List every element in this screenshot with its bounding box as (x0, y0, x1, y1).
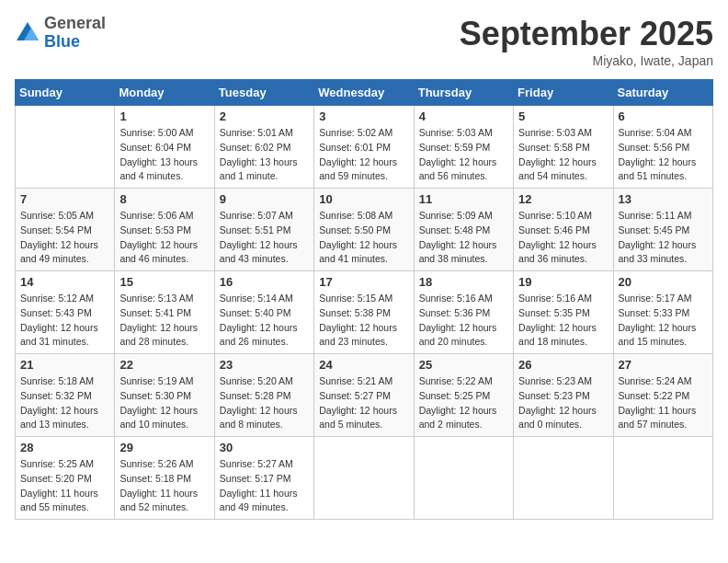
logo-blue: Blue (44, 32, 80, 51)
day-info: Sunrise: 5:16 AMSunset: 5:36 PMDaylight:… (419, 292, 508, 350)
day-number: 18 (419, 275, 508, 289)
weekday-header-tuesday: Tuesday (214, 80, 313, 106)
day-number: 4 (419, 109, 508, 123)
day-info: Sunrise: 5:16 AMSunset: 5:35 PMDaylight:… (518, 292, 608, 350)
weekday-header-row: SundayMondayTuesdayWednesdayThursdayFrid… (16, 80, 713, 106)
calendar-cell: 24Sunrise: 5:21 AMSunset: 5:27 PMDayligh… (314, 354, 414, 437)
day-info: Sunrise: 5:05 AMSunset: 5:54 PMDaylight:… (20, 209, 109, 267)
day-info: Sunrise: 5:04 AMSunset: 5:56 PMDaylight:… (619, 126, 708, 184)
day-number: 3 (319, 109, 408, 123)
week-row-5: 28Sunrise: 5:25 AMSunset: 5:20 PMDayligh… (16, 437, 713, 520)
day-number: 6 (619, 109, 708, 123)
logo-general: General (44, 14, 106, 32)
week-row-1: 1Sunrise: 5:00 AMSunset: 6:04 PMDaylight… (16, 106, 713, 189)
day-info: Sunrise: 5:10 AMSunset: 5:46 PMDaylight:… (518, 209, 608, 267)
calendar-cell: 27Sunrise: 5:24 AMSunset: 5:22 PMDayligh… (613, 354, 712, 437)
day-number: 23 (220, 358, 309, 372)
calendar-cell (16, 106, 115, 189)
calendar-cell: 8Sunrise: 5:06 AMSunset: 5:53 PMDaylight… (115, 189, 214, 271)
day-info: Sunrise: 5:19 AMSunset: 5:30 PMDaylight:… (119, 374, 209, 432)
calendar-cell: 11Sunrise: 5:09 AMSunset: 5:48 PMDayligh… (414, 189, 513, 271)
calendar-cell: 7Sunrise: 5:05 AMSunset: 5:54 PMDaylight… (16, 189, 115, 271)
weekday-header-wednesday: Wednesday (314, 80, 414, 106)
day-info: Sunrise: 5:25 AMSunset: 5:20 PMDaylight:… (20, 457, 109, 515)
day-number: 26 (518, 358, 608, 372)
calendar-cell: 10Sunrise: 5:08 AMSunset: 5:50 PMDayligh… (314, 189, 414, 271)
day-number: 19 (518, 275, 608, 289)
calendar-cell: 4Sunrise: 5:03 AMSunset: 5:59 PMDaylight… (414, 106, 513, 189)
day-info: Sunrise: 5:01 AMSunset: 6:02 PMDaylight:… (220, 126, 309, 184)
calendar-cell: 21Sunrise: 5:18 AMSunset: 5:32 PMDayligh… (16, 354, 115, 437)
page-header: General Blue September 2025 Miyako, Iwat… (15, 15, 713, 68)
calendar-cell: 29Sunrise: 5:26 AMSunset: 5:18 PMDayligh… (115, 437, 214, 520)
day-info: Sunrise: 5:20 AMSunset: 5:28 PMDaylight:… (220, 374, 309, 432)
week-row-3: 14Sunrise: 5:12 AMSunset: 5:43 PMDayligh… (16, 271, 713, 354)
calendar-cell: 3Sunrise: 5:02 AMSunset: 6:01 PMDaylight… (314, 106, 414, 189)
calendar-cell: 5Sunrise: 5:03 AMSunset: 5:58 PMDaylight… (514, 106, 613, 189)
day-number: 22 (119, 358, 209, 372)
day-number: 12 (518, 192, 608, 206)
calendar-cell: 1Sunrise: 5:00 AMSunset: 6:04 PMDaylight… (115, 106, 214, 189)
day-info: Sunrise: 5:18 AMSunset: 5:32 PMDaylight:… (20, 374, 109, 432)
day-info: Sunrise: 5:02 AMSunset: 6:01 PMDaylight:… (319, 126, 408, 184)
calendar-cell (613, 437, 712, 520)
calendar-cell: 17Sunrise: 5:15 AMSunset: 5:38 PMDayligh… (314, 271, 414, 354)
day-number: 5 (518, 109, 608, 123)
calendar-cell: 16Sunrise: 5:14 AMSunset: 5:40 PMDayligh… (214, 271, 313, 354)
day-number: 11 (419, 192, 508, 206)
week-row-2: 7Sunrise: 5:05 AMSunset: 5:54 PMDaylight… (16, 189, 713, 271)
day-number: 1 (119, 109, 209, 123)
day-info: Sunrise: 5:15 AMSunset: 5:38 PMDaylight:… (319, 292, 408, 350)
day-number: 15 (119, 275, 209, 289)
day-info: Sunrise: 5:17 AMSunset: 5:33 PMDaylight:… (619, 292, 708, 350)
day-info: Sunrise: 5:11 AMSunset: 5:45 PMDaylight:… (619, 209, 708, 267)
calendar-cell: 28Sunrise: 5:25 AMSunset: 5:20 PMDayligh… (16, 437, 115, 520)
calendar-table: SundayMondayTuesdayWednesdayThursdayFrid… (15, 79, 713, 520)
calendar-cell: 6Sunrise: 5:04 AMSunset: 5:56 PMDaylight… (613, 106, 712, 189)
day-number: 20 (619, 275, 708, 289)
calendar-cell: 2Sunrise: 5:01 AMSunset: 6:02 PMDaylight… (214, 106, 313, 189)
weekday-header-friday: Friday (514, 80, 613, 106)
day-number: 28 (20, 441, 109, 454)
day-info: Sunrise: 5:00 AMSunset: 6:04 PMDaylight:… (119, 126, 209, 184)
weekday-header-saturday: Saturday (613, 80, 712, 106)
day-number: 9 (220, 192, 309, 206)
calendar-cell: 15Sunrise: 5:13 AMSunset: 5:41 PMDayligh… (115, 271, 214, 354)
calendar-cell: 13Sunrise: 5:11 AMSunset: 5:45 PMDayligh… (613, 189, 712, 271)
weekday-header-monday: Monday (115, 80, 214, 106)
day-info: Sunrise: 5:24 AMSunset: 5:22 PMDaylight:… (619, 374, 708, 432)
weekday-header-sunday: Sunday (16, 80, 115, 106)
day-number: 17 (319, 275, 408, 289)
day-info: Sunrise: 5:07 AMSunset: 5:51 PMDaylight:… (220, 209, 309, 267)
calendar-cell: 14Sunrise: 5:12 AMSunset: 5:43 PMDayligh… (16, 271, 115, 354)
day-number: 27 (619, 358, 708, 372)
day-info: Sunrise: 5:03 AMSunset: 5:58 PMDaylight:… (518, 126, 608, 184)
day-number: 10 (319, 192, 408, 206)
logo: General Blue (15, 15, 106, 52)
calendar-cell: 26Sunrise: 5:23 AMSunset: 5:23 PMDayligh… (514, 354, 613, 437)
day-info: Sunrise: 5:27 AMSunset: 5:17 PMDaylight:… (220, 457, 309, 515)
logo-text: General Blue (44, 15, 106, 52)
day-info: Sunrise: 5:26 AMSunset: 5:18 PMDaylight:… (119, 457, 209, 515)
logo-icon (15, 20, 40, 46)
calendar-cell: 9Sunrise: 5:07 AMSunset: 5:51 PMDaylight… (214, 189, 313, 271)
day-info: Sunrise: 5:21 AMSunset: 5:27 PMDaylight:… (319, 374, 408, 432)
day-info: Sunrise: 5:14 AMSunset: 5:40 PMDaylight:… (220, 292, 309, 350)
day-number: 30 (220, 441, 309, 454)
weekday-header-thursday: Thursday (414, 80, 513, 106)
day-info: Sunrise: 5:22 AMSunset: 5:25 PMDaylight:… (419, 374, 508, 432)
calendar-cell: 20Sunrise: 5:17 AMSunset: 5:33 PMDayligh… (613, 271, 712, 354)
calendar-cell: 12Sunrise: 5:10 AMSunset: 5:46 PMDayligh… (514, 189, 613, 271)
calendar-body: 1Sunrise: 5:00 AMSunset: 6:04 PMDaylight… (16, 106, 713, 520)
location: Miyako, Iwate, Japan (460, 53, 713, 68)
calendar-cell: 22Sunrise: 5:19 AMSunset: 5:30 PMDayligh… (115, 354, 214, 437)
day-number: 24 (319, 358, 408, 372)
day-info: Sunrise: 5:03 AMSunset: 5:59 PMDaylight:… (419, 126, 508, 184)
calendar-cell (314, 437, 414, 520)
day-info: Sunrise: 5:12 AMSunset: 5:43 PMDaylight:… (20, 292, 109, 350)
calendar-cell: 18Sunrise: 5:16 AMSunset: 5:36 PMDayligh… (414, 271, 513, 354)
day-info: Sunrise: 5:13 AMSunset: 5:41 PMDaylight:… (119, 292, 209, 350)
day-number: 2 (220, 109, 309, 123)
day-number: 14 (20, 275, 109, 289)
day-number: 25 (419, 358, 508, 372)
